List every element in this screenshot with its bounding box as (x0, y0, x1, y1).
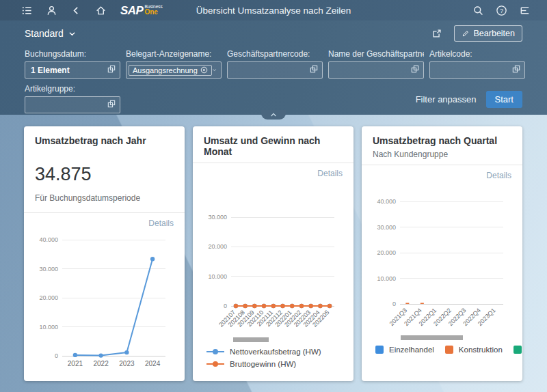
card-title: Umsatzbetrag nach Jahr (35, 135, 174, 146)
page-title: Übersicht Umsatzanalyse nach Zeilen (185, 5, 362, 16)
variant-label: Standard (25, 28, 64, 39)
remove-token-icon[interactable] (200, 66, 208, 74)
card-umsatzbetrag-nach-jahr: Umsatzbetrag nach Jahr 34.875 Für Buchun… (24, 126, 185, 381)
svg-text:30.000: 30.000 (39, 266, 58, 272)
value-help-icon[interactable] (410, 64, 420, 76)
svg-text:20.000: 20.000 (208, 243, 227, 250)
legend-label: Bruttogewinn (HW) (230, 360, 296, 368)
legend-marker (375, 346, 384, 354)
svg-text:10.000: 10.000 (377, 275, 396, 282)
buchungsdatum-input[interactable] (25, 61, 120, 79)
shell-left-actions: SAP Business One (0, 1, 185, 19)
menu-list-icon[interactable] (16, 1, 37, 19)
svg-text:0: 0 (224, 303, 227, 309)
legend-item[interactable]: Warenhaus (513, 346, 522, 354)
filter-label-geschaeftspartnercode: Geschäftspartnercode: (227, 49, 323, 59)
svg-text:10.000: 10.000 (208, 273, 227, 280)
chart-scrollbar[interactable] (401, 335, 463, 340)
share-icon[interactable] (427, 25, 447, 42)
legend-item[interactable]: Bruttogewinn (HW) (206, 360, 353, 368)
legend-item[interactable]: Einzelhandel (375, 346, 434, 354)
chevron-down-icon (212, 66, 217, 74)
artikelcode-input[interactable] (429, 61, 525, 79)
home-icon[interactable] (90, 1, 111, 19)
chart-legend: Nettoverkaufsbetrag (HW)Bruttogewinn (HW… (193, 342, 353, 368)
details-link[interactable]: Details (486, 171, 511, 180)
edit-button-label: Bearbeiten (474, 29, 515, 38)
svg-text:0: 0 (55, 352, 58, 359)
svg-text:?: ? (500, 7, 503, 14)
svg-text:20.000: 20.000 (39, 294, 58, 301)
back-icon[interactable] (66, 1, 86, 19)
filter-label-buchungsdatum: Buchungsdatum: (25, 49, 120, 59)
svg-text:40.000: 40.000 (377, 198, 396, 205)
cards-row: Umsatzbetrag nach Jahr 34.875 Für Buchun… (0, 115, 547, 381)
variant-selector[interactable]: Standard (25, 28, 77, 39)
header-filter-panel: Standard Bearbeiten Buchungsdatum: (0, 20, 547, 115)
edit-button[interactable]: Bearbeiten (454, 25, 522, 42)
geschaeftspartnercode-input[interactable] (227, 61, 323, 79)
legend-marker (445, 346, 453, 354)
filter-field-buchungsdatum: Buchungsdatum: (25, 49, 120, 79)
artikelgruppe-input[interactable] (25, 96, 120, 113)
subheader-actions: Bearbeiten (427, 25, 522, 42)
kpi-subtitle: Für Buchungsdatumsperiode (35, 193, 174, 207)
filter-label-belegart: Belegart-Anzeigename: (126, 49, 222, 59)
chevron-up-icon (269, 111, 278, 118)
legend-item[interactable]: Nettoverkaufsbetrag (HW) (206, 348, 353, 356)
value-help-icon[interactable] (107, 64, 116, 76)
legend-item[interactable]: Konstruktion (445, 346, 503, 354)
chevron-down-icon (68, 29, 77, 38)
svg-text:30.000: 30.000 (377, 224, 396, 231)
dashboard-content: Umsatzbetrag nach Jahr 34.875 Für Buchun… (0, 115, 547, 392)
shell-right-actions: ? (362, 1, 547, 19)
legend-label: Einzelhandel (389, 346, 434, 354)
scrollbar-track (204, 337, 343, 342)
card-title: Umsatz und Gewinn nach Monat (204, 135, 343, 157)
details-link[interactable]: Details (317, 169, 343, 178)
legend-marker (206, 363, 224, 365)
filter-field-artikelgruppe: Artikelgruppe: (25, 84, 120, 113)
sap-business-one-logo: SAP Business One (120, 5, 163, 16)
legend-label: Nettoverkaufsbetrag (HW) (230, 348, 321, 356)
value-help-icon[interactable] (107, 99, 116, 111)
search-icon[interactable] (468, 1, 488, 19)
filter-label-artikelgruppe: Artikelgruppe: (25, 84, 120, 94)
pencil-icon (462, 29, 470, 38)
svg-text:2021: 2021 (68, 360, 83, 367)
value-help-icon[interactable] (511, 64, 521, 76)
filterbar-actions: Filter anpassen Start (416, 91, 522, 108)
svg-text:10.000: 10.000 (39, 324, 58, 331)
belegart-select[interactable]: Ausgangsrechnung (126, 61, 222, 79)
svg-text:2022: 2022 (93, 360, 109, 367)
chart-scrollbar[interactable] (233, 337, 269, 342)
collapse-filter-bar-button[interactable] (261, 110, 286, 120)
go-button[interactable]: Start (486, 91, 522, 108)
svg-text:2024: 2024 (145, 360, 161, 367)
umsatz-gewinn-monat-chart[interactable]: 010.00020.00030.000202107202108202109202… (204, 180, 343, 337)
value-help-icon[interactable] (309, 64, 319, 76)
card-umsatz-gewinn-nach-monat: Umsatz und Gewinn nach Monat Details 010… (193, 126, 353, 381)
subheader: Standard Bearbeiten (0, 20, 547, 46)
geschaeftspartnergruppe-input[interactable] (328, 61, 424, 79)
details-link[interactable]: Details (148, 219, 174, 228)
legend-marker (513, 346, 522, 354)
filter-token: Ausgangsrechnung (129, 65, 212, 76)
shell-header: SAP Business One Übersicht Umsatzanalyse… (0, 0, 547, 20)
filter-field-geschaeftspartnergruppe: Name der Geschäftspartnergr... (328, 49, 424, 79)
app-screen: SAP Business One Übersicht Umsatzanalyse… (0, 0, 547, 392)
logo-one-text: One (144, 9, 162, 16)
card-umsatzbetrag-nach-quartal: Umsatzbetrag nach Quartal Nach Kundengru… (362, 126, 522, 381)
menu-lines-icon[interactable] (514, 1, 535, 19)
svg-text:30.000: 30.000 (208, 214, 227, 221)
token-label: Ausgangsrechnung (133, 66, 198, 74)
filter-label-geschaeftspartnergruppe: Name der Geschäftspartnergr... (328, 49, 424, 59)
user-icon[interactable] (41, 1, 62, 19)
umsatz-quartal-chart[interactable]: 010.00020.00030.00040.0002021Q32021Q4202… (373, 182, 511, 335)
legend-label: Konstruktion (459, 346, 503, 354)
chart-legend: EinzelhandelKonstruktionWarenhaus (362, 340, 522, 354)
adapt-filters-link[interactable]: Filter anpassen (416, 94, 477, 104)
filter-field-artikelcode: Artikelcode: (429, 49, 525, 79)
help-icon[interactable]: ? (491, 1, 511, 19)
umsatz-jahr-chart[interactable]: 010.00020.00030.00040.000202120222023202… (35, 230, 174, 372)
